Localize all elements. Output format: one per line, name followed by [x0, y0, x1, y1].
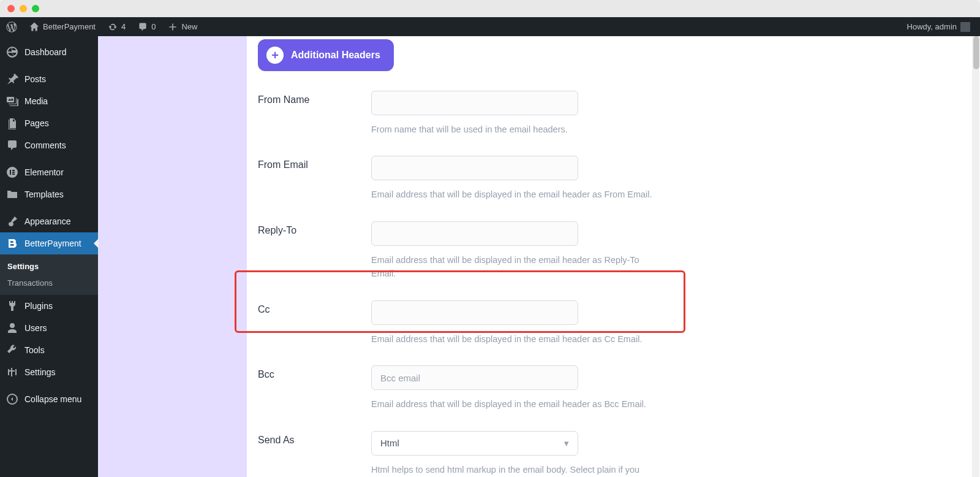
howdy-text: Howdy, admin [907, 22, 957, 31]
sidebar-label-tools: Tools [24, 345, 45, 355]
pin-icon [6, 73, 18, 85]
additional-headers-button[interactable]: + Additional Headers [258, 39, 394, 71]
window-close-button[interactable] [7, 5, 15, 12]
sidebar-label-plugins: Plugins [24, 301, 53, 311]
help-bcc: Email address that will be displayed in … [371, 397, 653, 411]
comments-menu[interactable]: 0 [132, 17, 162, 36]
betterpayment-submenu: Settings Transactions [0, 254, 98, 295]
comment-icon [138, 22, 148, 32]
sidebar-label-templates: Templates [24, 189, 64, 199]
wordpress-icon [6, 21, 17, 32]
sidebar-item-pages[interactable]: Pages [0, 112, 98, 134]
label-send-as: Send As [258, 431, 371, 446]
sidebar-collapse-menu[interactable]: Collapse menu [0, 388, 98, 410]
sidebar-label-betterpayment: BetterPayment [24, 238, 81, 248]
comments-icon [6, 139, 18, 151]
elementor-icon [6, 166, 18, 178]
label-from-name: From Name [258, 91, 371, 105]
comments-count: 0 [151, 22, 156, 31]
sidebar-item-settings[interactable]: Settings [0, 361, 98, 383]
chevron-down-icon: ▾ [564, 438, 569, 449]
row-reply-to: Reply-To Email address that will be disp… [247, 221, 980, 281]
send-as-value: Html [380, 438, 399, 448]
sidebar-label-settings: Settings [24, 367, 56, 377]
send-as-select[interactable]: Html ▾ [371, 431, 578, 456]
sidebar-label-users: Users [24, 323, 47, 333]
sidebar-item-users[interactable]: Users [0, 317, 98, 339]
user-icon [6, 322, 18, 334]
from-name-input[interactable] [371, 91, 578, 115]
sidebar-item-betterpayment[interactable]: BetterPayment [0, 232, 98, 254]
sidebar-label-media: Media [24, 96, 48, 106]
svg-rect-2 [12, 170, 15, 171]
new-label: New [181, 22, 197, 31]
plus-circle-icon: + [266, 47, 284, 64]
sidebar-label-comments: Comments [24, 140, 66, 150]
submenu-transactions[interactable]: Transactions [0, 275, 98, 291]
sidebar-label-dashboard: Dashboard [24, 47, 67, 57]
sidebar-item-posts[interactable]: Posts [0, 68, 98, 90]
sidebar-label-appearance: Appearance [24, 216, 71, 226]
sidebar-item-templates[interactable]: Templates [0, 183, 98, 205]
bcc-input[interactable] [371, 365, 578, 390]
sliders-icon [6, 366, 18, 378]
collapse-icon [6, 393, 18, 405]
svg-rect-1 [10, 170, 11, 175]
label-reply-to: Reply-To [258, 221, 371, 236]
new-content-menu[interactable]: New [162, 17, 203, 36]
user-account-menu[interactable]: Howdy, admin [902, 22, 975, 32]
scrollbar-track[interactable] [972, 36, 979, 477]
site-name-text: BetterPayment [43, 22, 96, 31]
help-cc: Email address that will be displayed in … [371, 332, 653, 346]
row-bcc: Bcc Email address that will be displayed… [247, 365, 980, 411]
additional-headers-label: Additional Headers [291, 50, 380, 61]
wp-logo-menu[interactable] [0, 17, 23, 36]
sidebar-item-plugins[interactable]: Plugins [0, 295, 98, 317]
cc-input[interactable] [371, 300, 578, 325]
help-reply-to: Email address that will be displayed in … [371, 253, 653, 281]
wrench-icon [6, 344, 18, 356]
svg-rect-3 [12, 172, 15, 173]
site-name-menu[interactable]: BetterPayment [23, 17, 102, 36]
window-zoom-button[interactable] [32, 5, 39, 12]
content-area: + Additional Headers From Name From name… [98, 36, 980, 477]
row-cc: Cc Email address that will be displayed … [247, 300, 980, 346]
update-icon [108, 22, 118, 32]
plugin-icon [6, 300, 18, 312]
admin-sidebar: Dashboard Posts Media Pages Comments Ele… [0, 36, 98, 477]
plus-icon [168, 22, 178, 32]
submenu-settings[interactable]: Settings [0, 258, 98, 275]
row-send-as: Send As Html ▾ Html helps to send html m… [247, 431, 980, 477]
svg-rect-4 [12, 174, 15, 175]
page-icon [6, 117, 18, 129]
updates-menu[interactable]: 4 [102, 17, 132, 36]
sidebar-item-tools[interactable]: Tools [0, 339, 98, 361]
help-send-as: Html helps to send html markup in the em… [371, 463, 653, 477]
brush-icon [6, 215, 18, 227]
reply-to-input[interactable] [371, 221, 578, 246]
sidebar-item-appearance[interactable]: Appearance [0, 210, 98, 232]
sidebar-label-posts: Posts [24, 74, 46, 84]
admin-toolbar: BetterPayment 4 0 New Howdy, admin [0, 17, 980, 36]
row-from-email: From Email Email address that will be di… [247, 156, 980, 201]
help-from-name: From name that will be used in the email… [371, 123, 653, 136]
folder-icon [6, 188, 18, 200]
settings-side-panel [98, 36, 247, 477]
sidebar-label-pages: Pages [24, 118, 49, 128]
sidebar-item-comments[interactable]: Comments [0, 134, 98, 156]
home-icon [29, 22, 39, 32]
avatar [960, 22, 970, 32]
email-headers-form: + Additional Headers From Name From name… [247, 36, 980, 477]
scrollbar-thumb[interactable] [973, 36, 979, 69]
media-icon [6, 95, 18, 107]
help-from-email: Email address that will be displayed in … [371, 188, 653, 201]
betterpayment-icon [6, 237, 18, 250]
row-from-name: From Name From name that will be used in… [247, 91, 980, 136]
sidebar-label-elementor: Elementor [24, 167, 64, 177]
window-minimize-button[interactable] [20, 5, 27, 12]
sidebar-item-dashboard[interactable]: Dashboard [0, 41, 98, 63]
sidebar-label-collapse: Collapse menu [24, 394, 81, 404]
sidebar-item-elementor[interactable]: Elementor [0, 161, 98, 183]
from-email-input[interactable] [371, 156, 578, 180]
sidebar-item-media[interactable]: Media [0, 90, 98, 112]
